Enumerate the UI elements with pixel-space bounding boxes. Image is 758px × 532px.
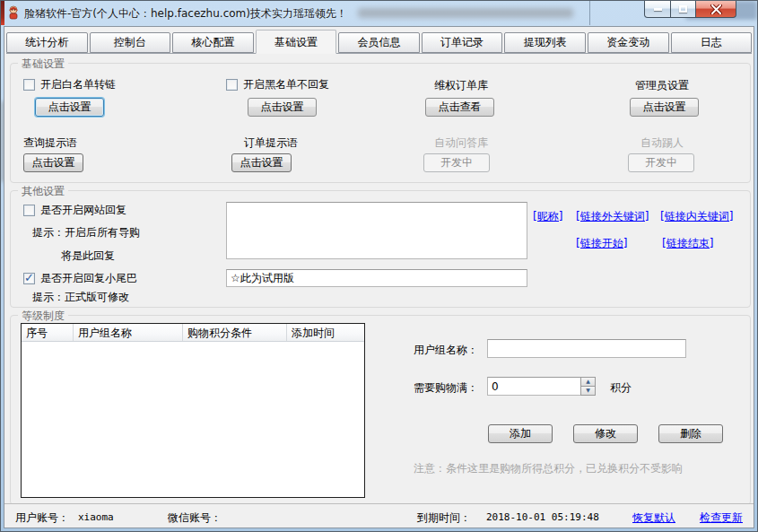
maximize-icon (679, 5, 687, 13)
tab-member-info[interactable]: 会员信息 (338, 32, 420, 53)
spinner-up-icon: ▲ (586, 378, 590, 384)
close-icon (710, 4, 722, 14)
points-required-input[interactable] (487, 377, 596, 396)
tail-text-input[interactable] (226, 269, 527, 287)
checkmark-icon: ✓ (24, 271, 34, 284)
group-other-settings: 其他设置 是否开启网站回复 提示：开启后所有导购 将是此回复 [昵称] [链接外… (10, 190, 751, 308)
delete-button[interactable]: 删除 (658, 424, 723, 443)
account-value: xiaoma (78, 511, 114, 523)
status-bar: 用户账号： xiaoma 微信账号： 到期时间： 2018-10-01 05:1… (4, 503, 754, 528)
maximize-button[interactable] (671, 1, 696, 18)
window-title: 脸猪软件-官方(个人中心：help.facezhu.com)技术实力瑶瑶领先！ (24, 6, 347, 22)
redacted-title-text (358, 8, 573, 18)
minimize-icon (654, 8, 662, 11)
blacklist-label: 开启黑名单不回复 (243, 77, 329, 92)
tail-tip-label: 提示：正式版可修改 (32, 290, 129, 305)
add-button[interactable]: 添加 (488, 424, 553, 443)
query-tip-settings-button[interactable]: 点击设置 (23, 153, 83, 172)
column-header-index[interactable]: 序号 (22, 324, 74, 341)
site-reply-checkbox[interactable] (23, 205, 35, 216)
site-reply-tip-line1: 提示：开启后所有导购 (32, 225, 140, 240)
column-header-points-condition[interactable]: 购物积分条件 (183, 324, 287, 341)
insert-link-start-link[interactable]: [链接开始] (576, 236, 627, 251)
blacklist-checkbox[interactable] (226, 79, 238, 91)
site-reply-textarea[interactable] (226, 202, 527, 259)
blacklist-checkbox-row: 开启黑名单不回复 (226, 77, 329, 92)
tab-basic-settings[interactable]: 基础设置 (256, 30, 337, 54)
minimize-button[interactable] (644, 1, 671, 18)
query-tip-label: 查询提示语 (23, 135, 77, 151)
tab-log[interactable]: 日志 (671, 32, 753, 53)
blacklist-settings-button[interactable]: 点击设置 (248, 98, 317, 117)
whitelist-label: 开启白名单转链 (40, 77, 116, 92)
wechat-label: 微信账号： (168, 510, 222, 526)
background-window-sliver (1, 1, 4, 25)
expire-value: 2018-10-01 05:19:48 (486, 511, 599, 523)
tail-checkbox-row: ✓ 是否开启回复小尾巴 (23, 271, 137, 286)
tail-label: 是否开启回复小尾巴 (40, 271, 137, 286)
insert-link-end-link[interactable]: [链接结束] (662, 236, 713, 251)
insert-out-keyword-link[interactable]: [链接外关键词] (576, 209, 649, 224)
group-level-title: 等级制度 (18, 309, 68, 324)
tab-console[interactable]: 控制台 (90, 32, 171, 53)
whitelist-settings-button[interactable]: 点击设置 (35, 98, 104, 117)
tab-fund-changes[interactable]: 资金变动 (588, 32, 669, 53)
group-other-title: 其他设置 (18, 184, 68, 199)
auto-qa-button: 开发中 (423, 153, 490, 172)
level-note-label: 注意：条件这里是购物所得总积分，已兑换积分不受影响 (414, 461, 683, 476)
tab-bar: 统计分析 控制台 核心配置 基础设置 会员信息 订单记录 提现列表 资金变动 日… (6, 30, 752, 54)
client-area: 统计分析 控制台 核心配置 基础设置 会员信息 订单记录 提现列表 资金变动 日… (4, 26, 754, 528)
group-basic-title: 基础设置 (18, 57, 68, 72)
tab-core-config[interactable]: 核心配置 (172, 32, 254, 53)
spinner-down-icon: ▼ (586, 387, 590, 393)
rights-orders-label: 维权订单库 (434, 78, 488, 93)
order-tip-label: 订单提示语 (244, 135, 298, 151)
points-spinner: ▲ ▼ (580, 377, 596, 396)
tab-withdraw-list[interactable]: 提现列表 (504, 32, 586, 53)
check-update-link[interactable]: 检查更新 (700, 510, 743, 526)
admin-settings-label: 管理员设置 (635, 78, 689, 93)
site-reply-checkbox-row: 是否开启网站回复 (23, 203, 126, 218)
auto-kick-label: 自动踢人 (640, 135, 684, 151)
whitelist-checkbox[interactable] (23, 79, 35, 91)
titlebar-divider (589, 1, 590, 25)
tab-statistics[interactable]: 统计分析 (6, 32, 88, 53)
spinner-up-button[interactable]: ▲ (580, 377, 596, 386)
column-header-add-time[interactable]: 添加时间 (287, 324, 364, 341)
level-table-header: 序号 用户组名称 购物积分条件 添加时间 (22, 324, 364, 342)
window-controls (644, 1, 736, 18)
modify-button[interactable]: 修改 (573, 424, 638, 443)
group-name-label: 用户组名称： (414, 343, 478, 358)
group-basic-settings: 基础设置 开启白名单转链 点击设置 开启黑名单不回复 点击设置 维权订单库 点击… (10, 63, 751, 183)
group-name-input[interactable] (487, 339, 686, 358)
points-required-label: 需要购物满： (414, 380, 478, 396)
restore-defaults-link[interactable]: 恢复默认 (632, 510, 675, 526)
app-window: 脸猪软件-官方(个人中心：help.facezhu.com)技术实力瑶瑶领先！ … (0, 0, 758, 532)
insert-in-keyword-link[interactable]: [链接内关键词] (660, 209, 733, 224)
group-level-system: 等级制度 序号 用户组名称 购物积分条件 添加时间 用户组名称： 需要购物满： … (10, 315, 751, 505)
admin-settings-button[interactable]: 点击设置 (630, 98, 699, 117)
auto-qa-label: 自动问答库 (434, 135, 488, 151)
auto-kick-button: 开发中 (628, 153, 694, 172)
insert-nickname-link[interactable]: [昵称] (533, 209, 562, 224)
column-header-group-name[interactable]: 用户组名称 (74, 324, 183, 341)
expire-label: 到期时间： (417, 510, 471, 526)
points-unit-label: 积分 (610, 380, 632, 396)
tail-checkbox[interactable]: ✓ (23, 273, 35, 284)
whitelist-checkbox-row: 开启白名单转链 (23, 77, 116, 92)
order-tip-settings-button[interactable]: 点击设置 (231, 153, 292, 172)
site-reply-tip-line2: 将是此回复 (61, 249, 115, 264)
rights-orders-view-button[interactable]: 点击查看 (425, 98, 494, 117)
level-table[interactable]: 序号 用户组名称 购物积分条件 添加时间 (21, 323, 365, 498)
close-button[interactable] (696, 1, 736, 18)
account-label: 用户账号： (15, 510, 69, 526)
tab-order-records[interactable]: 订单记录 (422, 32, 503, 53)
site-reply-label: 是否开启网站回复 (40, 203, 126, 218)
spinner-down-button[interactable]: ▼ (580, 386, 596, 396)
app-icon (6, 5, 21, 20)
